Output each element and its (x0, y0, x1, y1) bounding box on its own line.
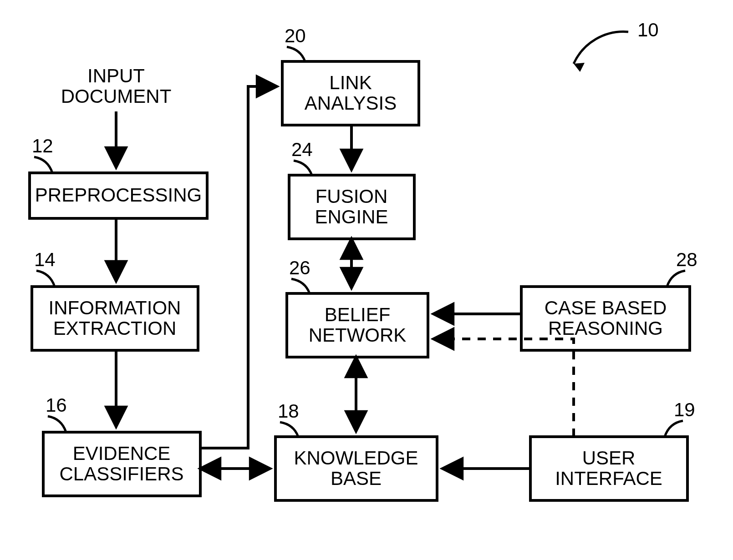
arrow-ui-to-belief-dashed (433, 339, 574, 437)
info-extraction-ref: 14 (34, 249, 56, 270)
belief-network-block: BELIEF NETWORK 26 (287, 257, 428, 357)
ui-l2: INTERFACE (555, 468, 662, 489)
link-analysis-ref: 20 (285, 25, 306, 46)
preprocessing-label: PREPROCESSING (35, 184, 202, 206)
cbr-l1: CASE BASED (545, 297, 667, 318)
input-label-l2: DOCUMENT (61, 86, 172, 107)
fusion-engine-l1: FUSION (316, 186, 388, 207)
knowledge-base-l2: BASE (331, 468, 382, 489)
input-label-l1: INPUT (87, 65, 145, 86)
knowledge-base-ref: 18 (278, 400, 299, 422)
system-diagram: 10 INPUT DOCUMENT PREPROCESSING 12 INFOR… (0, 0, 733, 560)
belief-network-l1: BELIEF (325, 304, 391, 325)
link-analysis-block: LINK ANALYSIS 20 (282, 25, 419, 125)
evidence-classifiers-ref: 16 (46, 394, 67, 416)
ui-l1: USER (582, 447, 636, 469)
evidence-classifiers-block: EVIDENCE CLASSIFIERS 16 (43, 394, 200, 496)
link-analysis-l1: LINK (329, 72, 372, 93)
link-analysis-l2: ANALYSIS (305, 92, 397, 114)
cbr-l2: REASONING (548, 318, 663, 339)
overall-ref: 10 (574, 19, 659, 72)
cbr-ref: 28 (676, 249, 697, 270)
arrow-evidence-to-link (200, 86, 277, 448)
belief-network-l2: NETWORK (309, 324, 407, 346)
preprocessing-block: PREPROCESSING 12 (30, 135, 207, 218)
info-extraction-l1: INFORMATION (49, 297, 181, 318)
input-document-label: INPUT DOCUMENT (61, 65, 172, 107)
belief-network-ref: 26 (289, 257, 311, 278)
overall-ref-number: 10 (637, 19, 659, 40)
knowledge-base-l1: KNOWLEDGE (294, 447, 418, 469)
preprocessing-ref: 12 (32, 135, 53, 156)
case-based-reasoning-block: CASE BASED REASONING 28 (521, 249, 697, 350)
user-interface-block: USER INTERFACE 19 (530, 399, 695, 500)
fusion-engine-ref: 24 (291, 139, 313, 160)
evidence-classifiers-l2: CLASSIFIERS (59, 463, 183, 484)
ui-ref: 19 (674, 399, 695, 420)
info-extraction-l2: EXTRACTION (53, 318, 177, 339)
evidence-classifiers-l1: EVIDENCE (73, 443, 171, 464)
fusion-engine-l2: ENGINE (315, 206, 388, 227)
